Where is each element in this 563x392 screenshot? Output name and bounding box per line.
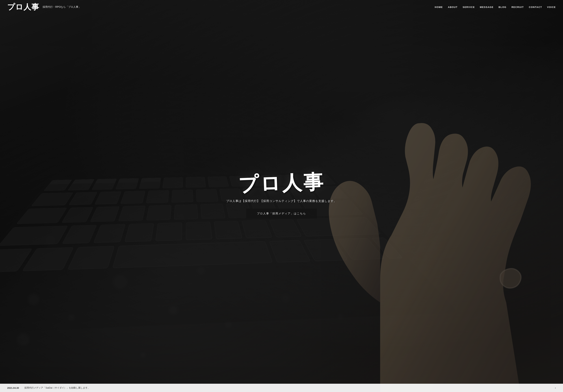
nav-blog[interactable]: BLOG [499,6,507,9]
news-arrow-icon[interactable]: › [555,386,556,389]
nav-message[interactable]: MESSAGE [480,6,494,9]
nav-about[interactable]: ABOUT [448,6,458,9]
hero-logo-large: プロ人事 [238,172,325,195]
header-left: プロ人事 採用代行・RPOなら「プロ人事」 [7,3,81,11]
news-date: 2021.04.30 [7,387,19,389]
site-logo[interactable]: プロ人事 [7,3,39,11]
hero-content: プロ人事 プロ人事は【採用代行】【採用コンサルティング】で人事の業務を支援します… [226,173,337,219]
main-nav: HOMEABOUTSERVICEMESSAGEBLOGRECRUITCONTAC… [435,6,556,9]
nav-contact[interactable]: CONTACT [529,6,542,9]
hero-cta-button[interactable]: プロ人事「採用メディア」はこちら [246,209,317,219]
hero-subtitle: プロ人事は【採用代行】【採用コンサルティング】で人事の業務を支援します。 [226,199,337,203]
nav-service[interactable]: SERVICE [463,6,475,9]
site-header: プロ人事 採用代行・RPOなら「プロ人事」 HOMEABOUTSERVICEME… [0,0,563,14]
nav-voice[interactable]: VOICE [547,6,556,9]
news-ticker: 2021.04.30 採用代行メディア「SaiDai（サイダイ）」を始動し展しま… [0,384,563,392]
nav-home[interactable]: HOME [435,6,443,9]
news-text: 採用代行メディア「SaiDai（サイダイ）」を始動し展します。 [24,386,90,390]
site-tagline: 採用代行・RPOなら「プロ人事」 [43,5,81,9]
nav-recruit[interactable]: RECRUIT [512,6,524,9]
hero-section: プロ人事 プロ人事は【採用代行】【採用コンサルティング】で人事の業務を支援します… [0,0,563,392]
